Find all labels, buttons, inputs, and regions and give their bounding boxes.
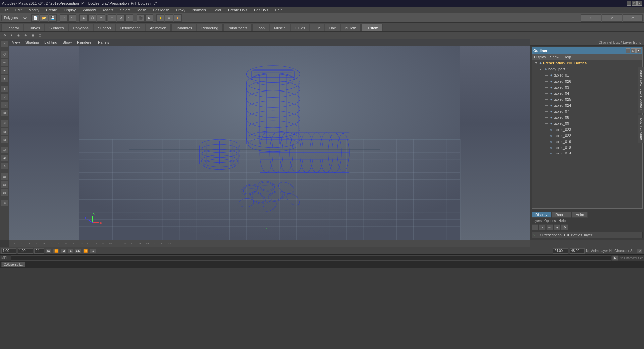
outliner-list[interactable]: ▼◈Prescription_Pill_Bottles▸◈body_part_1… bbox=[532, 60, 642, 154]
tool-light3[interactable]: ● bbox=[174, 14, 182, 22]
scale-tool-btn[interactable]: ⤡ bbox=[1, 101, 8, 109]
quick-sel-btn[interactable]: ◉ bbox=[1, 154, 8, 162]
outliner-row[interactable]: —◈tablet_026 bbox=[532, 78, 642, 84]
tab-general[interactable]: General bbox=[1, 24, 23, 31]
tab-painteffects[interactable]: PaintEffects bbox=[223, 24, 252, 31]
tab-custom[interactable]: Custom bbox=[361, 24, 383, 31]
shelf-icon-2[interactable]: ✦ bbox=[8, 32, 15, 38]
soft-sel-btn[interactable]: ≋ bbox=[1, 120, 8, 127]
outliner-row[interactable]: —◈tablet_018 bbox=[532, 145, 642, 151]
outliner-row[interactable]: —◈tablet_04 bbox=[532, 90, 642, 96]
select-layer-btn[interactable]: ◈ bbox=[554, 224, 560, 230]
tool-open[interactable]: 📂 bbox=[40, 14, 48, 22]
layer-visibility[interactable]: V bbox=[533, 233, 539, 237]
menu-color[interactable]: Color bbox=[211, 7, 223, 13]
tool-scale[interactable]: ⤡ bbox=[125, 14, 133, 22]
menu-edit[interactable]: Edit bbox=[14, 7, 23, 13]
tool-paint[interactable]: ✏ bbox=[97, 14, 105, 22]
tool-light1[interactable]: ● bbox=[156, 14, 164, 22]
menu-modify[interactable]: Modify bbox=[27, 7, 41, 13]
move-tool-btn[interactable]: ✛ bbox=[1, 85, 8, 93]
outliner-display-menu[interactable]: Display bbox=[534, 55, 546, 59]
layer-tab-anim[interactable]: Anim bbox=[572, 212, 588, 218]
outliner-row[interactable]: —◈tablet_03 bbox=[532, 84, 642, 90]
end-frame-field[interactable] bbox=[34, 248, 44, 254]
tool-z-field[interactable]: Z: bbox=[623, 14, 643, 22]
layer-tab-render[interactable]: Render bbox=[552, 212, 571, 218]
play-btn[interactable]: ▶ bbox=[68, 248, 74, 254]
channel-box-tab[interactable]: Channel Box / Layer Editor bbox=[638, 67, 644, 113]
view-menu[interactable]: View bbox=[12, 40, 20, 44]
outliner-row[interactable]: —◈tablet_014 bbox=[532, 151, 642, 154]
shelf-icon-3[interactable]: ◉ bbox=[15, 32, 22, 38]
tab-subdivs[interactable]: Subdivs bbox=[94, 24, 115, 31]
tab-curves[interactable]: Curves bbox=[24, 24, 44, 31]
menu-display[interactable]: Display bbox=[62, 7, 77, 13]
grid-btn[interactable]: ⊟ bbox=[1, 136, 8, 143]
tool-select[interactable]: ◈ bbox=[79, 14, 88, 22]
outliner-maximize[interactable]: □ bbox=[631, 48, 636, 53]
curve-btn[interactable]: ∿ bbox=[1, 162, 8, 170]
tool-redo[interactable]: ↪ bbox=[68, 14, 76, 22]
outliner-row[interactable]: ▸◈body_part_1 bbox=[532, 66, 642, 72]
outliner-row[interactable]: —◈tablet_01 bbox=[532, 72, 642, 78]
tool-camera[interactable]: 🎥 bbox=[137, 14, 145, 22]
current-frame-field[interactable] bbox=[18, 248, 33, 254]
layer-options-btn[interactable]: ⚙ bbox=[561, 224, 568, 230]
edit-layer-btn[interactable]: ✏ bbox=[546, 224, 553, 230]
outliner-row[interactable]: —◈tablet_023 bbox=[532, 127, 642, 133]
tool-rotate[interactable]: ↺ bbox=[117, 14, 125, 22]
menu-proxy[interactable]: Proxy bbox=[175, 7, 187, 13]
layer-row[interactable]: V / Prescription_Pill_Bottles_layer1 bbox=[532, 232, 643, 238]
outliner-row[interactable]: —◈tablet_019 bbox=[532, 139, 642, 145]
menu-edit-mesh[interactable]: Edit Mesh bbox=[152, 7, 171, 13]
menu-file[interactable]: File bbox=[1, 7, 10, 13]
tool-lasso[interactable]: ⬡ bbox=[88, 14, 96, 22]
timeline-track[interactable]: 1 2 3 4 5 6 7 8 9 10 11 12 13 14 15 16 1… bbox=[9, 240, 530, 247]
tool-y-field[interactable]: Y: bbox=[602, 14, 622, 22]
scene-view-btn[interactable]: ▧ bbox=[1, 189, 8, 196]
layer-tab-display[interactable]: Display bbox=[532, 212, 551, 218]
snap-btn[interactable]: ⊡ bbox=[1, 128, 8, 135]
menu-mesh[interactable]: Mesh bbox=[136, 7, 148, 13]
menu-help[interactable]: Help bbox=[274, 7, 284, 13]
shelf-icon-4[interactable]: ⊕ bbox=[22, 32, 29, 38]
total-end-field[interactable] bbox=[553, 248, 568, 254]
scene-canvas[interactable]: X Y Z + bbox=[9, 46, 530, 240]
step-back-btn[interactable]: ⏪ bbox=[53, 248, 59, 254]
outliner-minimize[interactable]: _ bbox=[626, 48, 630, 53]
outliner-show-menu[interactable]: Show bbox=[550, 55, 559, 59]
shelf-icon-1[interactable]: ⚙ bbox=[1, 32, 8, 38]
tool-save[interactable]: 💾 bbox=[49, 14, 57, 22]
menu-normals[interactable]: Normals bbox=[191, 7, 207, 13]
outliner-row[interactable]: —◈tablet_08 bbox=[532, 114, 642, 120]
tab-surfaces[interactable]: Surfaces bbox=[45, 24, 68, 31]
tab-deformation[interactable]: Deformation bbox=[116, 24, 145, 31]
tool-move[interactable]: ✛ bbox=[108, 14, 116, 22]
outliner-close[interactable]: × bbox=[636, 48, 641, 53]
outliner-row[interactable]: —◈tablet_07 bbox=[532, 108, 642, 114]
tab-fur[interactable]: Fur bbox=[310, 24, 324, 31]
tool-new[interactable]: 📄 bbox=[31, 14, 39, 22]
new-layer-btn[interactable]: + bbox=[532, 224, 538, 230]
maximize-button[interactable]: □ bbox=[632, 1, 637, 6]
tab-muscle[interactable]: Muscle bbox=[270, 24, 290, 31]
lasso-tool-btn[interactable]: ⬡ bbox=[1, 51, 8, 58]
tab-dynamics[interactable]: Dynamics bbox=[171, 24, 196, 31]
skip-to-start-btn[interactable]: ⏮ bbox=[46, 248, 52, 254]
taskbar-maya[interactable]: C:\Users\Ill... bbox=[1, 262, 25, 267]
pencil-tool-btn[interactable]: ✒ bbox=[1, 67, 8, 74]
title-bar-controls[interactable]: _ □ × bbox=[627, 1, 642, 6]
close-button[interactable]: × bbox=[637, 1, 642, 6]
tool-undo[interactable]: ↩ bbox=[60, 14, 68, 22]
tool-render[interactable]: ▶ bbox=[145, 14, 153, 22]
select-tool-btn[interactable]: ↖ bbox=[1, 40, 8, 48]
tab-polygons[interactable]: Polygons bbox=[69, 24, 93, 31]
skip-to-end-btn[interactable]: ⏭ bbox=[90, 248, 96, 254]
show-menu[interactable]: Show bbox=[63, 40, 72, 44]
start-frame-field[interactable] bbox=[1, 248, 16, 254]
mel-input[interactable] bbox=[11, 255, 611, 261]
sculpt-tool-btn[interactable]: ◈ bbox=[1, 75, 8, 82]
menu-create-uvs[interactable]: Create UVs bbox=[227, 7, 249, 13]
play-back-btn[interactable]: ◀ bbox=[60, 248, 66, 254]
